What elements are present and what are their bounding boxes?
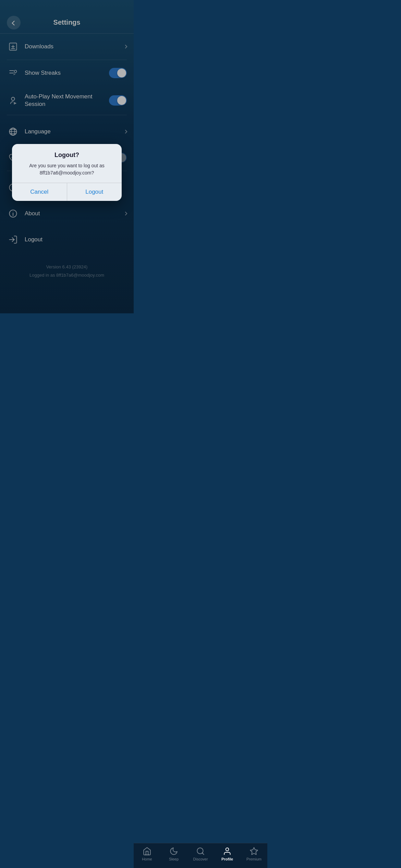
modal-message: Are you sure you want to log out as 8ff1…: [20, 162, 113, 177]
modal-overlay: Logout? Are you sure you want to log out…: [0, 0, 134, 313]
cancel-button[interactable]: Cancel: [12, 183, 67, 201]
modal-actions: Cancel Logout: [12, 183, 122, 201]
modal-title: Logout?: [20, 152, 113, 159]
confirm-logout-button[interactable]: Logout: [67, 183, 122, 201]
modal-body: Logout? Are you sure you want to log out…: [12, 144, 122, 183]
logout-dialog: Logout? Are you sure you want to log out…: [12, 144, 122, 201]
settings-screen: Settings Downloads Show Streaks: [0, 0, 134, 313]
